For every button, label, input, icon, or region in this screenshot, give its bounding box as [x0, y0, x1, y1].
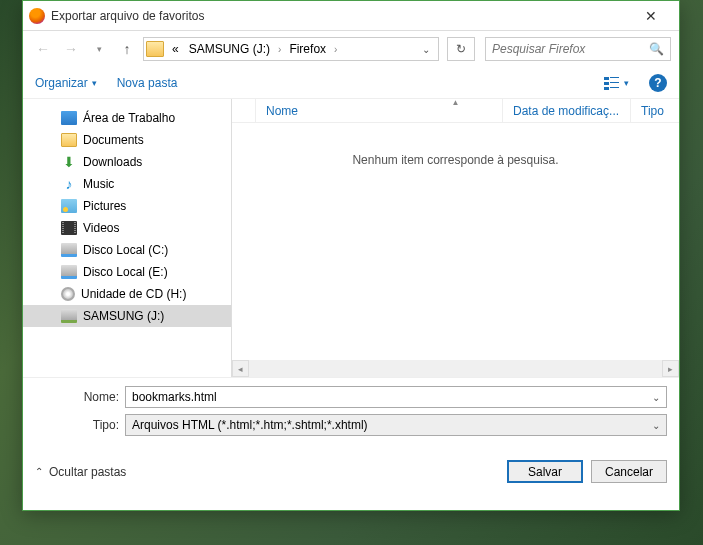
tree-downloads[interactable]: ⬇Downloads — [23, 151, 231, 173]
crumb-sep: › — [276, 44, 283, 55]
filename-input[interactable]: bookmarks.html ⌄ — [125, 386, 667, 408]
crumb-drive[interactable]: SAMSUNG (J:) — [185, 40, 274, 58]
tree-music[interactable]: ♪Music — [23, 173, 231, 195]
disk-icon — [61, 243, 77, 257]
tree-videos[interactable]: Videos — [23, 217, 231, 239]
filename-label: Nome: — [35, 390, 125, 404]
toolbar: Organizar▾ Nova pasta ▾ ? — [23, 67, 679, 99]
close-button[interactable]: ✕ — [631, 2, 671, 30]
svg-rect-0 — [604, 77, 609, 80]
videos-icon — [61, 221, 77, 235]
forward-button: → — [59, 37, 83, 61]
col-name[interactable]: Nome — [256, 99, 503, 122]
search-input[interactable] — [492, 42, 649, 56]
back-button: ← — [31, 37, 55, 61]
address-bar[interactable]: « SAMSUNG (J:) › Firefox › ⌄ — [143, 37, 439, 61]
download-icon: ⬇ — [61, 155, 77, 169]
usb-icon — [61, 309, 77, 323]
list-header: ▲ Nome Data de modificaç... Tipo — [232, 99, 679, 123]
filetype-combo[interactable]: Arquivos HTML (*.html;*.htm;*.shtml;*.xh… — [125, 414, 667, 436]
disk-icon — [61, 265, 77, 279]
save-button[interactable]: Salvar — [507, 460, 583, 483]
refresh-button[interactable]: ↻ — [447, 37, 475, 61]
filetype-dropdown-icon[interactable]: ⌄ — [652, 420, 660, 431]
pictures-icon — [61, 199, 77, 213]
col-date[interactable]: Data de modificaç... — [503, 99, 631, 122]
svg-rect-2 — [604, 82, 609, 85]
svg-rect-3 — [610, 82, 619, 83]
list-body[interactable]: Nenhum item corresponde à pesquisa. — [232, 123, 679, 360]
col-type[interactable]: Tipo — [631, 99, 679, 122]
window-title: Exportar arquivo de favoritos — [51, 9, 631, 23]
hide-folders-toggle[interactable]: ⌃ Ocultar pastas — [35, 465, 126, 479]
tree-disk-e[interactable]: Disco Local (E:) — [23, 261, 231, 283]
crumb-folder[interactable]: Firefox — [285, 40, 330, 58]
form-area: Nome: bookmarks.html ⌄ Tipo: Arquivos HT… — [23, 378, 679, 450]
svg-rect-4 — [604, 87, 609, 90]
scroll-left-button[interactable]: ◂ — [232, 360, 249, 377]
col-checkbox[interactable] — [232, 99, 256, 122]
save-dialog: Exportar arquivo de favoritos ✕ ← → ▾ ↑ … — [22, 0, 680, 511]
help-button[interactable]: ? — [649, 74, 667, 92]
address-dropdown[interactable]: ⌄ — [416, 44, 436, 55]
music-icon: ♪ — [61, 177, 77, 191]
sort-indicator-icon: ▲ — [452, 99, 460, 107]
list-pane: ▲ Nome Data de modificaç... Tipo Nenhum … — [232, 99, 679, 377]
tree-disk-c[interactable]: Disco Local (C:) — [23, 239, 231, 261]
desktop-icon — [61, 111, 77, 125]
cancel-button[interactable]: Cancelar — [591, 460, 667, 483]
cd-icon — [61, 287, 75, 301]
main-area: Área de Trabalho Documents ⬇Downloads ♪M… — [23, 99, 679, 377]
empty-message: Nenhum item corresponde à pesquisa. — [352, 153, 558, 167]
tree-samsung-j[interactable]: SAMSUNG (J:) — [23, 305, 231, 327]
button-row: ⌃ Ocultar pastas Salvar Cancelar — [23, 450, 679, 495]
scroll-right-button[interactable]: ▸ — [662, 360, 679, 377]
tree-cd-h[interactable]: Unidade de CD (H:) — [23, 283, 231, 305]
scroll-track[interactable] — [249, 360, 662, 377]
firefox-icon — [29, 8, 45, 24]
tree-documents[interactable]: Documents — [23, 129, 231, 151]
filetype-label: Tipo: — [35, 418, 125, 432]
tree-desktop[interactable]: Área de Trabalho — [23, 107, 231, 129]
svg-rect-1 — [610, 77, 619, 78]
crumb-sep-end: › — [332, 44, 339, 55]
organize-menu[interactable]: Organizar▾ — [35, 76, 97, 90]
tree-pictures[interactable]: Pictures — [23, 195, 231, 217]
filename-dropdown-icon[interactable]: ⌄ — [652, 392, 660, 403]
view-options-button[interactable]: ▾ — [604, 76, 629, 90]
new-folder-button[interactable]: Nova pasta — [117, 76, 178, 90]
titlebar: Exportar arquivo de favoritos ✕ — [23, 1, 679, 31]
recent-dropdown[interactable]: ▾ — [87, 37, 111, 61]
chevron-up-icon: ⌃ — [35, 466, 43, 477]
folder-icon — [61, 133, 77, 147]
tree-pane[interactable]: Área de Trabalho Documents ⬇Downloads ♪M… — [23, 99, 231, 377]
search-icon: 🔍 — [649, 42, 664, 56]
crumb-prefix[interactable]: « — [168, 40, 183, 58]
svg-rect-5 — [610, 87, 619, 88]
search-box[interactable]: 🔍 — [485, 37, 671, 61]
horizontal-scrollbar[interactable]: ◂ ▸ — [232, 360, 679, 377]
folder-icon — [146, 41, 164, 57]
nav-row: ← → ▾ ↑ « SAMSUNG (J:) › Firefox › ⌄ ↻ 🔍 — [23, 31, 679, 67]
up-button[interactable]: ↑ — [115, 37, 139, 61]
